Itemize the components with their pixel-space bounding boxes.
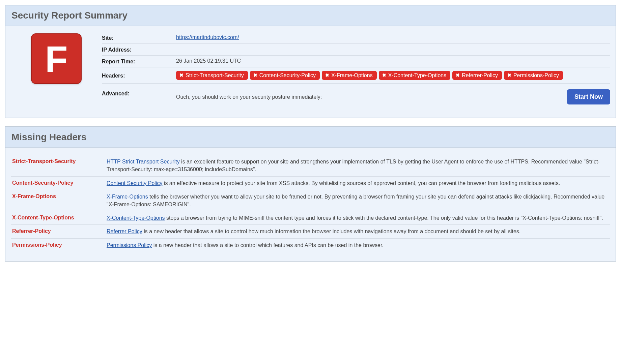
ip-label: IP Address: <box>102 46 176 53</box>
missing-header-link[interactable]: X-Content-Type-Options <box>107 215 165 221</box>
missing-header-row: X-Frame-OptionsX-Frame-Options tells the… <box>11 190 610 211</box>
missing-header-name: Content-Security-Policy <box>12 179 107 187</box>
missing-header-description: X-Frame-Options tells the browser whethe… <box>107 193 609 208</box>
missing-header-row: Referrer-PolicyReferrer Policy is a new … <box>11 225 610 238</box>
missing-headers-panel-title: Missing Headers <box>11 132 610 143</box>
missing-header-description: Permissions Policy is a new header that … <box>107 241 609 249</box>
report-time-label: Report Time: <box>102 58 176 65</box>
header-badge-label: Content-Security-Policy <box>259 72 316 79</box>
summary-panel-title: Security Report Summary <box>11 10 610 21</box>
missing-header-description: X-Content-Type-Options stops a browser f… <box>107 214 609 222</box>
missing-header-description: HTTP Strict Transport Security is an exc… <box>107 158 609 173</box>
header-badge[interactable]: ✖Referrer-Policy <box>452 71 502 80</box>
summary-row-ip: IP Address: <box>102 43 610 55</box>
missing-header-name: X-Frame-Options <box>12 193 107 208</box>
missing-headers-panel: Missing Headers Strict-Transport-Securit… <box>5 126 616 262</box>
missing-header-description: Referrer Policy is a new header that all… <box>107 228 609 235</box>
missing-header-row: Content-Security-PolicyContent Security … <box>11 177 610 190</box>
missing-header-link[interactable]: Content Security Policy <box>107 180 162 186</box>
grade-badge: F <box>31 33 82 84</box>
advanced-text: Ouch, you should work on your security p… <box>176 94 322 100</box>
summary-row-site: Site: https://martindubovic.com/ <box>102 32 610 43</box>
site-link[interactable]: https://martindubovic.com/ <box>176 34 239 40</box>
start-now-button[interactable]: Start Now <box>567 89 610 104</box>
missing-header-link[interactable]: HTTP Strict Transport Security <box>107 159 180 164</box>
header-badge[interactable]: ✖Content-Security-Policy <box>250 71 320 80</box>
header-badge[interactable]: ✖X-Frame-Options <box>322 71 377 80</box>
missing-header-name: Permissions-Policy <box>12 241 107 249</box>
missing-header-link[interactable]: Referrer Policy <box>107 229 142 234</box>
missing-header-name: X-Content-Type-Options <box>12 214 107 222</box>
missing-headers-panel-header: Missing Headers <box>5 127 616 148</box>
header-badge[interactable]: ✖Permissions-Policy <box>504 71 563 80</box>
x-mark-icon: ✖ <box>179 72 184 78</box>
header-badge-label: Permissions-Policy <box>513 72 559 79</box>
header-badge-label: Strict-Transport-Security <box>186 72 244 79</box>
summary-info-column: Site: https://martindubovic.com/ IP Addr… <box>102 32 610 109</box>
summary-row-advanced: Advanced: Ouch, you should work on your … <box>102 83 610 109</box>
grade-column: F <box>11 32 102 84</box>
summary-row-headers: Headers: ✖Strict-Transport-Security✖Cont… <box>102 67 610 83</box>
missing-header-row: Permissions-PolicyPermissions Policy is … <box>11 239 610 252</box>
header-badge-label: X-Frame-Options <box>331 72 373 79</box>
missing-header-link[interactable]: X-Frame-Options <box>107 194 148 200</box>
missing-headers-body: Strict-Transport-SecurityHTTP Strict Tra… <box>5 148 616 261</box>
x-mark-icon: ✖ <box>253 72 257 78</box>
missing-header-name: Referrer-Policy <box>12 228 107 235</box>
header-badge-label: X-Content-Type-Options <box>388 72 447 79</box>
headers-label: Headers: <box>102 72 176 79</box>
missing-header-link[interactable]: Permissions Policy <box>107 242 152 248</box>
x-mark-icon: ✖ <box>382 72 386 78</box>
summary-row-time: Report Time: 26 Jan 2025 02:19:31 UTC <box>102 55 610 67</box>
header-badge-label: Referrer-Policy <box>462 72 498 79</box>
header-badge[interactable]: ✖X-Content-Type-Options <box>379 71 451 80</box>
header-badge[interactable]: ✖Strict-Transport-Security <box>176 71 248 80</box>
summary-panel-header: Security Report Summary <box>5 5 616 26</box>
report-time-value: 26 Jan 2025 02:19:31 UTC <box>176 58 610 64</box>
missing-header-row: Strict-Transport-SecurityHTTP Strict Tra… <box>11 154 610 176</box>
missing-header-name: Strict-Transport-Security <box>12 158 107 173</box>
missing-header-description: Content Security Policy is an effective … <box>107 179 609 187</box>
site-label: Site: <box>102 34 176 41</box>
advanced-label: Advanced: <box>102 86 176 97</box>
x-mark-icon: ✖ <box>325 72 329 78</box>
header-badges-container: ✖Strict-Transport-Security✖Content-Secur… <box>176 70 610 81</box>
missing-header-row: X-Content-Type-OptionsX-Content-Type-Opt… <box>11 211 610 225</box>
summary-panel-body: F Site: https://martindubovic.com/ IP Ad… <box>5 26 616 118</box>
summary-panel: Security Report Summary F Site: https://… <box>5 5 616 118</box>
x-mark-icon: ✖ <box>507 72 511 78</box>
x-mark-icon: ✖ <box>456 72 460 78</box>
